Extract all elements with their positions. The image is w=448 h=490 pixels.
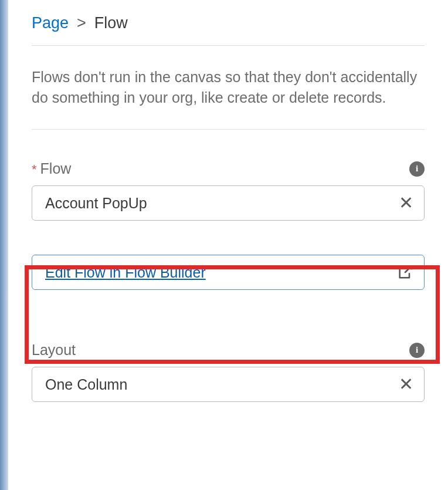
layout-select-input[interactable]: One Column ✕	[32, 367, 425, 402]
breadcrumb: Page > Flow	[32, 12, 425, 46]
info-icon[interactable]: i	[409, 161, 425, 177]
breadcrumb-current: Flow	[94, 14, 128, 32]
flow-selected-value: Account PopUp	[45, 195, 147, 212]
breadcrumb-separator: >	[77, 14, 86, 32]
flow-label: * Flow	[32, 160, 71, 177]
flow-select-input[interactable]: Account PopUp ✕	[32, 185, 425, 221]
flow-description-text: Flows don't run in the canvas so that th…	[32, 46, 425, 130]
flow-properties-panel: Page > Flow Flows don't run in the canva…	[8, 0, 448, 490]
flow-field-group: * Flow i Account PopUp ✕	[32, 160, 425, 221]
edit-flow-button[interactable]: Edit Flow in Flow Builder	[32, 255, 425, 290]
layout-label: Layout	[32, 342, 76, 359]
flow-label-row: * Flow i	[32, 160, 425, 177]
info-icon[interactable]: i	[409, 343, 425, 358]
layout-field-group: Layout i One Column ✕	[32, 342, 425, 402]
edit-flow-link-text: Edit Flow in Flow Builder	[45, 264, 206, 281]
layout-label-text: Layout	[32, 342, 76, 359]
left-panel-edge	[0, 0, 8, 490]
flow-label-text: Flow	[40, 160, 72, 177]
clear-icon[interactable]: ✕	[399, 194, 413, 212]
layout-selected-value: One Column	[45, 376, 127, 393]
external-link-icon	[397, 264, 413, 281]
clear-icon[interactable]: ✕	[399, 376, 413, 393]
breadcrumb-parent-link[interactable]: Page	[32, 14, 69, 32]
layout-label-row: Layout i	[32, 342, 425, 359]
required-star-icon: *	[32, 162, 37, 177]
